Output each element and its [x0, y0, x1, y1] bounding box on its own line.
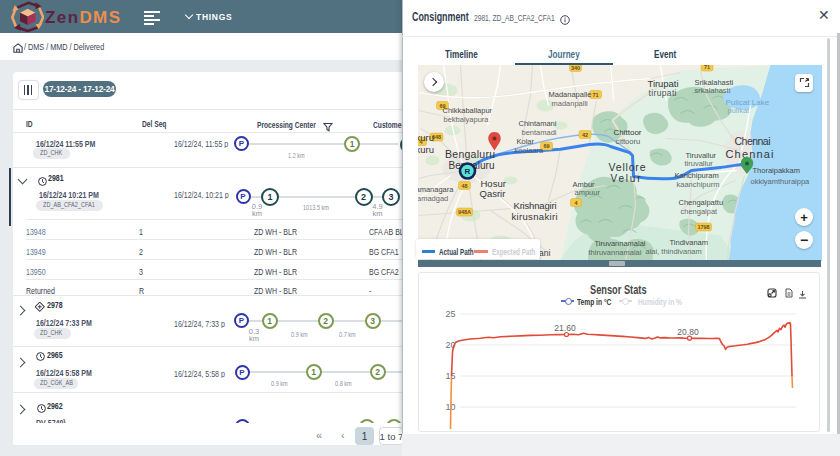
svg-text:Chintamani: Chintamani: [518, 118, 556, 127]
svg-text:tiruvallur: tiruvallur: [684, 158, 713, 167]
svg-text:Tiruvannamalai: Tiruvannamalai: [594, 238, 645, 247]
svg-text:Chittoor: Chittoor: [613, 127, 641, 136]
svg-text:Velur: Velur: [610, 173, 641, 184]
svg-text:okkiyamthuraippa: okkiyamthuraippa: [750, 176, 810, 185]
svg-text:ramadgad: ramadgad: [418, 193, 448, 202]
svg-text:Tindivanam: Tindivanam: [669, 237, 708, 246]
svg-text:bentamadi: bentamadi: [521, 127, 556, 136]
svg-text:tirupati: tirupati: [648, 87, 676, 97]
svg-text:Madanapalle: Madanapalle: [548, 89, 591, 98]
svg-text:42: 42: [581, 131, 587, 137]
svg-text:bekbalyapura: bekbalyapura: [443, 115, 489, 124]
svg-text:21.60: 21.60: [554, 323, 576, 333]
svg-text:340: 340: [570, 65, 579, 71]
svg-text:Thoraipakkam: Thoraipakkam: [752, 165, 800, 174]
svg-text:1798: 1798: [697, 224, 709, 230]
svg-text:71: 71: [703, 65, 709, 70]
svg-text:kirusnakiri: kirusnakiri: [511, 210, 557, 221]
svg-text:Chikkaballapur: Chikkaballapur: [442, 105, 492, 114]
svg-text:Kolar: Kolar: [516, 136, 534, 145]
svg-text:cittooru: cittooru: [615, 136, 640, 145]
svg-text:Krishnagiri: Krishnagiri: [513, 200, 556, 211]
svg-text:alai, thindivanam: alai, thindivanam: [645, 246, 701, 255]
svg-text:Vellore: Vellore: [608, 160, 645, 172]
svg-text:R: R: [464, 167, 470, 176]
svg-text:kuru: kuru: [418, 143, 434, 154]
svg-text:948A: 948A: [457, 209, 470, 215]
svg-text:48: 48: [461, 182, 467, 188]
svg-text:kuru: kuru: [418, 131, 434, 142]
svg-text:Chennai: Chennai: [734, 135, 770, 147]
svg-text:Chengalpattu: Chengalpattu: [678, 197, 723, 206]
svg-text:71: 71: [592, 91, 598, 97]
svg-text:ampuur: ampuur: [574, 187, 600, 196]
svg-text:69: 69: [543, 143, 549, 149]
svg-text:15: 15: [445, 371, 455, 381]
svg-text:thiruvannamalai: thiruvannamalai: [588, 247, 641, 256]
svg-text:amanagara: amanagara: [418, 184, 454, 193]
svg-text:25: 25: [445, 309, 455, 319]
svg-text:20.80: 20.80: [677, 327, 699, 337]
svg-text:Qasrir: Qasrir: [479, 188, 505, 199]
svg-text:srkalahasti: srkalahasti: [694, 85, 730, 94]
svg-text:Bengaluru: Bengaluru: [445, 147, 495, 159]
svg-text:chengalpat: chengalpat: [680, 206, 718, 215]
svg-text:kaanchipurm: kaanchipurm: [676, 179, 719, 188]
svg-text:pulikat: pulikat: [727, 105, 750, 114]
svg-text:Kanchipuram: Kanchipuram: [674, 170, 718, 179]
svg-text:madanpalli: madanpalli: [551, 98, 588, 107]
svg-text:koolaara: koolaara: [514, 145, 544, 154]
